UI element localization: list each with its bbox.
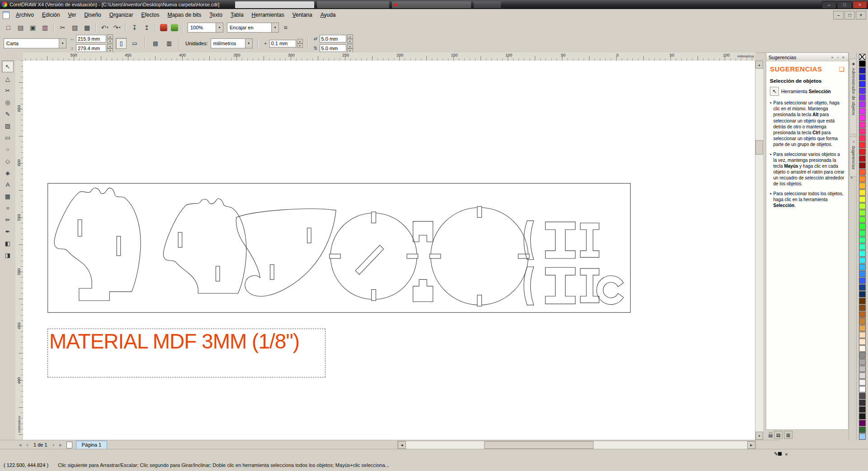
cut-part-horse-head-1[interactable]: [54, 188, 141, 301]
redo-button[interactable]: ↷▾: [111, 22, 123, 33]
palette-swatch-fff2e6[interactable]: [859, 345, 866, 352]
palette-swatch-663300[interactable]: [859, 298, 866, 304]
cut-button[interactable]: ✂: [57, 22, 68, 33]
palette-swatch-ffe62e[interactable]: [859, 189, 866, 196]
next-page-button[interactable]: ›: [50, 441, 57, 448]
notch-cut[interactable]: [518, 254, 529, 259]
cut-part-ibeam[interactable]: [545, 267, 575, 304]
palette-swatch-8a2eff[interactable]: [859, 94, 866, 101]
palette-swatch-ff2eb8[interactable]: [859, 122, 866, 128]
palette-swatch-b82eff[interactable]: [859, 101, 866, 108]
cut-part-disc-1[interactable]: [330, 213, 417, 299]
cut-part-disc-2[interactable]: [431, 207, 528, 305]
palette-swatch-2effe6[interactable]: [859, 250, 866, 257]
paper-size-combo[interactable]: Carta ▾: [4, 38, 66, 48]
duplicate-x-field[interactable]: 5.0 mm: [320, 35, 346, 42]
palette-swatch-2eff2e[interactable]: [859, 223, 866, 230]
page-height-field[interactable]: 279.4 mm: [76, 44, 106, 52]
export-button[interactable]: ↥: [141, 22, 152, 33]
cut-sheet-outline[interactable]: [48, 184, 631, 313]
palette-swatch-333333[interactable]: [859, 400, 866, 406]
chevron-down-icon[interactable]: ▾: [245, 39, 252, 48]
chevron-down-icon[interactable]: ▾: [271, 23, 278, 32]
table-tool[interactable]: ▦: [2, 191, 13, 202]
palette-swatch-ff2e8a[interactable]: [859, 128, 866, 135]
background-window-tab[interactable]: [317, 1, 389, 8]
palette-swatch-660066[interactable]: [859, 420, 866, 426]
palette-swatch-d9d9d9[interactable]: [859, 372, 866, 379]
portrait-button[interactable]: ▯: [116, 38, 127, 49]
palette-swatch-1a1a1a[interactable]: [859, 413, 866, 419]
zoom-level-combo[interactable]: 100% ▾: [188, 23, 223, 33]
docker-option-button[interactable]: ▥: [784, 431, 793, 439]
palette-swatch-bfbfbf[interactable]: [859, 366, 866, 372]
duplicate-y-field[interactable]: 5.0 mm: [320, 44, 346, 52]
palette-swatch-4d4d4d[interactable]: [859, 393, 866, 399]
notch-cut[interactable]: [330, 254, 341, 259]
all-pages-button[interactable]: ▤: [150, 38, 161, 49]
slot-cut[interactable]: [78, 220, 82, 236]
welcome-screen-button[interactable]: [171, 24, 178, 31]
palette-swatch-ffffff[interactable]: [859, 386, 866, 392]
palette-swatch-ffb82e[interactable]: [859, 183, 866, 189]
current-page-button[interactable]: ▥: [164, 38, 175, 49]
cut-part-neck[interactable]: [236, 209, 336, 297]
interactive-blend-tool[interactable]: ≈: [2, 203, 13, 213]
palette-swatch-2ee6ff[interactable]: [859, 257, 866, 264]
notch-cut[interactable]: [407, 254, 418, 259]
cut-part-connector-top[interactable]: [413, 221, 433, 242]
page-width-field[interactable]: 215.9 mm: [76, 35, 106, 42]
palette-swatch-cc8033[interactable]: [859, 318, 866, 325]
horizontal-ruler[interactable]: 50045040035030025020015010050050100 milí…: [23, 52, 755, 61]
fill-tool[interactable]: ◧: [2, 238, 13, 249]
palette-swatch-ffd9b3[interactable]: [859, 332, 866, 338]
slot-cut[interactable]: [178, 232, 182, 247]
menu-tabla[interactable]: Tabla: [226, 10, 248, 20]
vertical-scrollbar[interactable]: ▲ ▼: [755, 61, 763, 440]
docker-option-button[interactable]: ▤: [774, 431, 783, 439]
menu-mapas-de-bits[interactable]: Mapas de bits: [164, 10, 206, 20]
shape-tool[interactable]: △: [2, 73, 13, 84]
notch-cut[interactable]: [477, 295, 482, 306]
duplicate-x-stepper[interactable]: ▴▾: [347, 34, 353, 43]
application-launcher-button[interactable]: [160, 24, 167, 31]
options-button[interactable]: ≡: [280, 22, 291, 33]
nudge-stepper[interactable]: ▴▾: [297, 39, 303, 48]
nudge-offset-field[interactable]: 0.1 mm: [269, 40, 296, 47]
cut-part-curved-strip[interactable]: [524, 267, 534, 305]
palette-swatch-ff8a2e[interactable]: [859, 176, 866, 182]
palette-swatch-262626[interactable]: [859, 406, 866, 413]
last-page-button[interactable]: »: [57, 441, 64, 448]
cut-part-ibeam[interactable]: [545, 222, 575, 259]
material-text[interactable]: MATERIAL MDF 3MM (1/8"): [49, 329, 299, 353]
docker-close-icon[interactable]: ×: [841, 55, 846, 60]
horizontal-scroll-thumb[interactable]: [484, 441, 594, 449]
palette-swatch-e6a64d[interactable]: [859, 325, 866, 331]
menu-diseno[interactable]: Diseño: [80, 10, 105, 20]
palette-swatch-000000[interactable]: [859, 61, 866, 67]
cut-part-ibeam[interactable]: [580, 223, 599, 257]
interactive-fill-tool[interactable]: ◨: [2, 250, 13, 260]
palette-swatch-99ccff[interactable]: [859, 433, 866, 440]
close-button[interactable]: ×: [853, 1, 867, 9]
background-window-tab[interactable]: [474, 1, 501, 8]
doc-restore-button[interactable]: □: [844, 11, 855, 19]
palette-swatch-ffe6cc[interactable]: [859, 339, 866, 345]
palette-swatch-2e8aff[interactable]: [859, 271, 866, 277]
palette-swatch-e62eff[interactable]: [859, 108, 866, 114]
palette-swatch-8a4a14[interactable]: [859, 305, 866, 311]
duplicate-y-stepper[interactable]: ▴▾: [347, 44, 353, 53]
units-combo[interactable]: milímetros ▾: [211, 38, 253, 48]
palette-no-color-swatch[interactable]: [859, 54, 866, 60]
palette-swatch-8c8c8c[interactable]: [859, 352, 866, 358]
palette-swatch-0f2e66[interactable]: [859, 291, 866, 297]
cut-part-horse-head-2[interactable]: [163, 199, 246, 293]
menu-edicion[interactable]: Edición: [38, 10, 64, 20]
slot-cut[interactable]: [117, 236, 121, 256]
notch-cut[interactable]: [372, 212, 376, 223]
palette-swatch-e01f1f[interactable]: [859, 149, 866, 155]
landscape-button[interactable]: ▭: [129, 38, 140, 49]
scroll-down-arrow-icon[interactable]: ▼: [755, 432, 763, 440]
docker-float-icon[interactable]: ▫: [836, 55, 840, 60]
palette-swatch-8aff2e[interactable]: [859, 210, 866, 216]
